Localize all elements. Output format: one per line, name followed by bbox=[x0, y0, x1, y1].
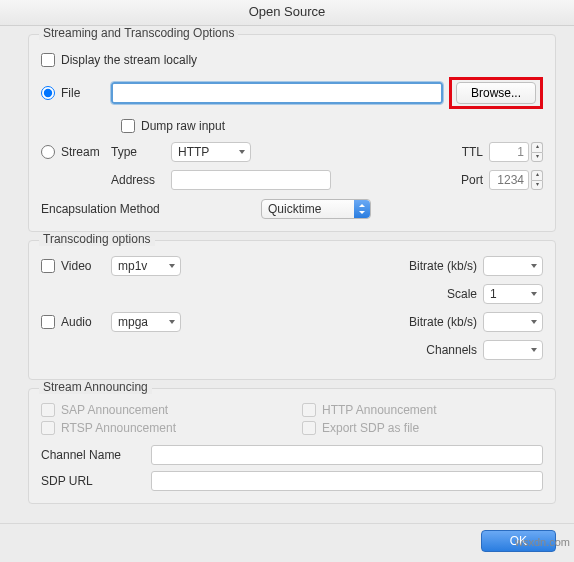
display-locally-checkbox[interactable] bbox=[41, 53, 55, 67]
watermark: wsxdn.com bbox=[515, 536, 570, 548]
audio-codec-value: mpga bbox=[118, 315, 148, 329]
scale-select[interactable]: 1 bbox=[483, 284, 543, 304]
streaming-section: Streaming and Transcoding Options Displa… bbox=[28, 34, 556, 232]
stream-radio-label: Stream bbox=[61, 145, 100, 159]
dump-raw-checkbox[interactable] bbox=[121, 119, 135, 133]
channels-label: Channels bbox=[426, 343, 477, 357]
scale-value: 1 bbox=[490, 287, 497, 301]
audio-bitrate-label: Bitrate (kb/s) bbox=[409, 315, 477, 329]
encapsulation-select[interactable]: Quicktime bbox=[261, 199, 371, 219]
dump-raw-label: Dump raw input bbox=[141, 119, 225, 133]
sap-label: SAP Announcement bbox=[61, 403, 168, 417]
ttl-stepper[interactable]: ▴▾ bbox=[531, 142, 543, 162]
footer: OK bbox=[0, 523, 574, 562]
announcing-section: Stream Announcing SAP Announcement HTTP … bbox=[28, 388, 556, 504]
transcoding-section-title: Transcoding options bbox=[39, 232, 155, 246]
stream-radio[interactable] bbox=[41, 145, 55, 159]
ttl-label: TTL bbox=[462, 145, 483, 159]
encapsulation-label: Encapsulation Method bbox=[41, 202, 261, 216]
video-bitrate-label: Bitrate (kb/s) bbox=[409, 259, 477, 273]
port-label: Port bbox=[461, 173, 483, 187]
channels-select[interactable] bbox=[483, 340, 543, 360]
http-label: HTTP Announcement bbox=[322, 403, 437, 417]
video-codec-value: mp1v bbox=[118, 259, 147, 273]
audio-codec-select[interactable]: mpga bbox=[111, 312, 181, 332]
sdp-url-input[interactable] bbox=[151, 471, 543, 491]
port-input[interactable] bbox=[489, 170, 529, 190]
file-radio-label: File bbox=[61, 86, 80, 100]
file-radio[interactable] bbox=[41, 86, 55, 100]
rtsp-checkbox bbox=[41, 421, 55, 435]
http-checkbox bbox=[302, 403, 316, 417]
chevron-updown-icon bbox=[354, 200, 370, 218]
address-input[interactable] bbox=[171, 170, 331, 190]
transcoding-section: Transcoding options Video mp1v Bitrate (… bbox=[28, 240, 556, 380]
streaming-section-title: Streaming and Transcoding Options bbox=[39, 26, 238, 40]
audio-label: Audio bbox=[61, 315, 92, 329]
type-value: HTTP bbox=[178, 145, 209, 159]
announcing-section-title: Stream Announcing bbox=[39, 380, 152, 394]
window-title: Open Source bbox=[0, 0, 574, 26]
video-label: Video bbox=[61, 259, 91, 273]
sap-checkbox bbox=[41, 403, 55, 417]
video-codec-select[interactable]: mp1v bbox=[111, 256, 181, 276]
display-locally-label: Display the stream locally bbox=[61, 53, 197, 67]
video-bitrate-select[interactable] bbox=[483, 256, 543, 276]
rtsp-label: RTSP Announcement bbox=[61, 421, 176, 435]
export-sdp-checkbox bbox=[302, 421, 316, 435]
channel-name-label: Channel Name bbox=[41, 448, 151, 462]
browse-highlight: Browse... bbox=[449, 77, 543, 109]
file-path-input[interactable] bbox=[111, 82, 443, 104]
channel-name-input[interactable] bbox=[151, 445, 543, 465]
browse-button[interactable]: Browse... bbox=[456, 82, 536, 104]
encapsulation-value: Quicktime bbox=[268, 202, 321, 216]
type-select[interactable]: HTTP bbox=[171, 142, 251, 162]
sdp-url-label: SDP URL bbox=[41, 474, 151, 488]
ttl-input[interactable] bbox=[489, 142, 529, 162]
export-sdp-label: Export SDP as file bbox=[322, 421, 419, 435]
video-checkbox[interactable] bbox=[41, 259, 55, 273]
scale-label: Scale bbox=[447, 287, 477, 301]
audio-checkbox[interactable] bbox=[41, 315, 55, 329]
port-stepper[interactable]: ▴▾ bbox=[531, 170, 543, 190]
audio-bitrate-select[interactable] bbox=[483, 312, 543, 332]
type-label: Type bbox=[111, 145, 171, 159]
address-label: Address bbox=[111, 173, 171, 187]
